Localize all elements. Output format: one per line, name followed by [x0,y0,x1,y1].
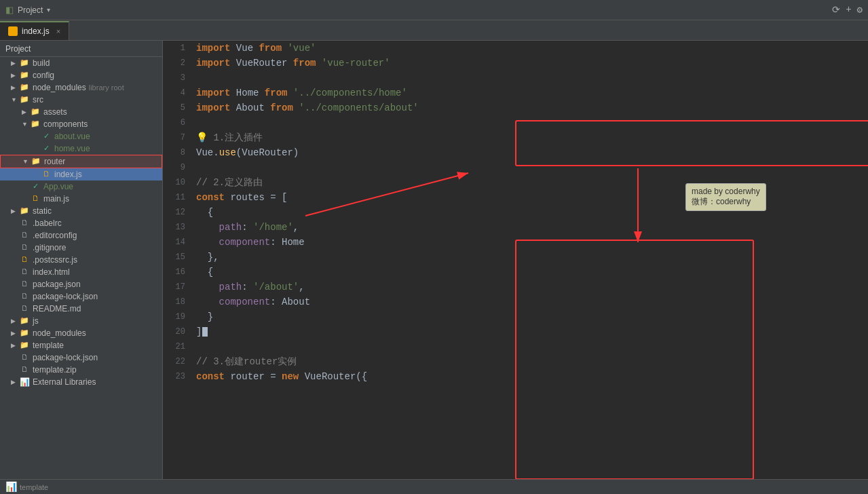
code-line-19: 19 } [163,309,868,324]
sidebar-item-package-lock2[interactable]: 🗋 package-lock.json [0,352,162,364]
annotation-line2: 微博：coderwhy [692,196,760,208]
sidebar-item-components[interactable]: ▼ 📁 components [0,118,162,130]
plus-icon[interactable]: + [846,4,851,16]
code-editor[interactable]: 1 import Vue from 'vue' 2 import VueRout… [163,41,868,384]
sidebar-header-label: Project [5,44,31,54]
sidebar-header: Project [0,41,162,57]
code-line-14: 14 component: Home [163,235,868,250]
folder-icon: 📁 [19,83,30,92]
file-icon: 🗋 [19,231,30,240]
js-file-icon: 🗋 [41,170,52,179]
sidebar-item-index-js[interactable]: 🗋 index.js [0,168,162,180]
sidebar-item-external-libs[interactable]: ▶ 📊 External Libraries [0,376,162,388]
sidebar-item-home-vue[interactable]: ✓ home.vue [0,142,162,155]
code-line-18: 18 component: About [163,294,868,309]
sidebar-item-js[interactable]: ▶ 📁 js [0,315,162,327]
vue-file-icon: ✓ [41,132,52,141]
code-line-15: 15 }, [163,250,868,265]
status-icon: 📊 [5,481,17,493]
sidebar-item-gitignore[interactable]: 🗋 .gitignore [0,242,162,254]
sidebar-item-package-json[interactable]: 🗋 package.json [0,278,162,290]
code-line-6: 6 [163,115,868,130]
file-icon: 🗋 [19,353,30,362]
tab-close-button[interactable]: × [56,27,60,35]
tab-label: index.js [22,26,50,36]
sidebar-item-template-zip[interactable]: 🗋 template.zip [0,364,162,376]
code-line-5: 5 import About from '../components/about… [163,100,868,115]
file-icon: 🗋 [19,365,30,375]
sidebar-item-build[interactable]: ▶ 📁 build [0,57,162,69]
sidebar-item-about-vue[interactable]: ✓ about.vue [0,130,162,142]
file-icon: 🗋 [19,243,30,252]
sync-icon[interactable]: ⟳ [832,4,840,16]
library-icon: 📊 [19,377,30,387]
code-line-8: 8 Vue.use(VueRouter) [163,145,868,160]
sidebar-item-postcssrc[interactable]: 🗋 .postcssrc.js [0,254,162,266]
code-line-16: 16 { [163,265,868,280]
sidebar-item-main-js[interactable]: 🗋 main.js [0,193,162,205]
sidebar-item-readme[interactable]: 🗋 README.md [0,303,162,315]
code-line-3: 3 [163,71,868,86]
sidebar-item-assets[interactable]: ▶ 📁 assets [0,106,162,118]
top-bar: ◧ Project ▾ ⟳ + ⚙ [0,0,868,20]
file-icon: 🗋 [19,304,30,314]
file-icon: 🗋 [19,280,30,289]
status-bar: 📊 template [0,479,868,494]
sidebar-item-app-vue[interactable]: ✓ App.vue [0,180,162,193]
tab-file-icon [8,26,18,36]
sidebar-item-router[interactable]: ▼ 📁 router [0,155,162,168]
folder-icon: 📁 [19,58,30,68]
vue-file-icon: ✓ [30,182,41,191]
folder-icon: 📁 [31,157,41,166]
folder-icon: 📁 [19,95,30,104]
code-line-17: 17 path: '/about', [163,280,868,294]
folder-icon: 📁 [19,316,30,326]
sidebar-item-babelrc[interactable]: 🗋 .babelrc [0,217,162,229]
status-bar-left: 📊 template [5,481,48,493]
sidebar-item-node-modules[interactable]: ▶ 📁 node_modules library root [0,81,162,94]
sidebar-item-template[interactable]: ▶ 📁 template [0,339,162,352]
code-line-21: 21 [163,339,868,354]
code-line-2: 2 import VueRouter from 'vue-router' [163,56,868,71]
annotation-line1: made by coderwhy [692,187,760,196]
file-icon: 🗋 [19,218,30,228]
file-icon: 🗋 [19,292,30,301]
code-content: 1 import Vue from 'vue' 2 import VueRout… [163,41,868,384]
folder-icon: 📁 [30,107,41,117]
js-file-icon: 🗋 [19,255,30,265]
folder-icon: 📁 [19,71,30,80]
code-line-20: 20 ] [163,324,868,339]
code-line-9: 9 [163,160,868,175]
sidebar-item-static[interactable]: ▶ 📁 static [0,205,162,217]
sidebar-item-src[interactable]: ▼ 📁 src [0,94,162,106]
project-title: ◧ Project ▾ [5,5,50,15]
js-file-icon: 🗋 [30,194,41,204]
tab-bar: index.js × [0,20,868,41]
code-line-1: 1 import Vue from 'vue' [163,41,868,56]
file-icon: 🗋 [19,267,30,277]
folder-icon: 📁 [19,341,30,350]
sidebar-item-index-html[interactable]: 🗋 index.html [0,266,162,278]
folder-icon: 📁 [19,328,30,338]
code-line-22: 22 // 3.创建router实例 [163,354,868,369]
project-arrow[interactable]: ▾ [47,6,50,14]
annotation-tooltip: made by coderwhy 微博：coderwhy [685,183,766,211]
folder-icon: 📁 [19,206,30,216]
sidebar-item-node-modules-2[interactable]: ▶ 📁 node_modules [0,327,162,339]
code-line-7: 7 💡 1.注入插件 [163,130,868,145]
sidebar-item-config[interactable]: ▶ 📁 config [0,69,162,81]
code-line-4: 4 import Home from '../components/home' [163,86,868,100]
folder-icon: 📁 [30,119,41,129]
status-text: template [20,483,48,491]
sidebar-item-editorconfig[interactable]: 🗋 .editorconfig [0,229,162,242]
vue-file-icon: ✓ [41,144,52,153]
editor-wrapper: 1 import Vue from 'vue' 2 import VueRout… [163,41,868,479]
sidebar-item-package-lock-json[interactable]: 🗋 package-lock.json [0,290,162,303]
code-line-13: 13 path: '/home', [163,220,868,235]
main-layout: Project ▶ 📁 build ▶ 📁 config ▶ 📁 node_mo… [0,41,868,479]
gear-icon[interactable]: ⚙ [857,4,863,16]
tab-indexjs[interactable]: index.js × [0,21,69,40]
project-icon: ◧ [5,5,14,15]
top-bar-actions: ⟳ + ⚙ [832,4,863,16]
code-line-23: 23 const router = new VueRouter({ [163,369,868,384]
